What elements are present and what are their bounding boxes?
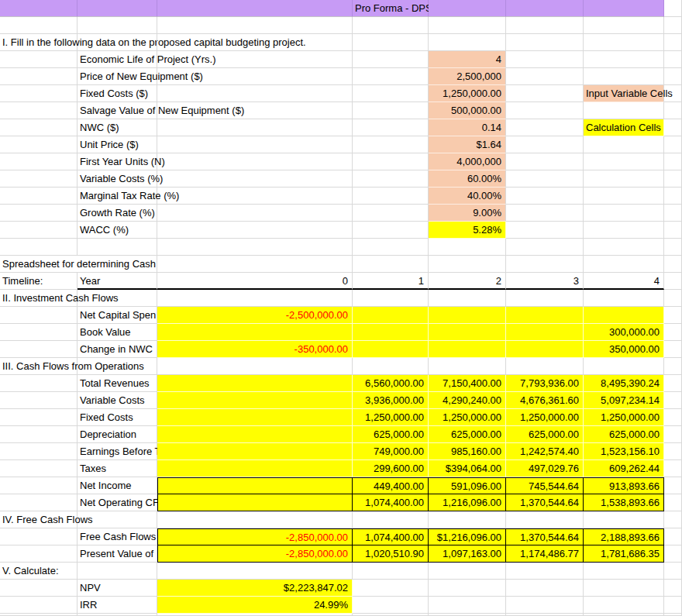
cell-F9[interactable] (506, 136, 584, 153)
cell-A11[interactable] (0, 170, 78, 188)
cell-F29[interactable]: 745,544.64 (506, 477, 584, 494)
cell-A8[interactable] (0, 119, 78, 136)
cell-F15[interactable] (506, 239, 584, 256)
cell-E18[interactable] (429, 290, 506, 307)
cell-A1[interactable] (0, 0, 78, 17)
cell-E22[interactable] (429, 358, 506, 375)
cell-D30[interactable]: 1,074,400.00 (353, 494, 429, 511)
cell-B10[interactable]: First Year Units (N) (78, 153, 157, 170)
cell-E17[interactable]: 2 (429, 273, 506, 290)
cell-G16[interactable] (584, 256, 664, 273)
cell-C25[interactable] (157, 409, 353, 426)
cell-E30[interactable]: 1,216,096.00 (429, 494, 506, 511)
cell-E11[interactable]: 60.00% (429, 170, 506, 188)
cell-G35[interactable] (584, 580, 664, 597)
cell-E34[interactable] (429, 563, 506, 580)
cell-A23[interactable] (0, 375, 78, 392)
cell-G2[interactable] (584, 17, 664, 34)
cell-F21[interactable] (506, 341, 584, 358)
cell-B6[interactable]: Fixed Costs ($) (78, 85, 157, 102)
cell-B34[interactable] (78, 563, 157, 580)
cell-F32[interactable]: 1,370,544.64 (506, 528, 584, 545)
cell-G25[interactable]: 1,250,000.00 (584, 409, 664, 426)
cell-G22[interactable] (584, 358, 664, 375)
cell-A27[interactable] (0, 443, 78, 460)
cell-H13[interactable] (664, 205, 682, 222)
cell-H36[interactable] (664, 597, 682, 614)
cell-G11[interactable] (584, 170, 664, 188)
cell-G28[interactable]: 609,262.44 (584, 460, 664, 477)
cell-C2[interactable] (157, 17, 353, 34)
cell-D29[interactable]: 449,400.00 (353, 477, 429, 494)
cell-G24[interactable]: 5,097,234.14 (584, 392, 664, 409)
cell-D13[interactable] (353, 205, 429, 222)
cell-E29[interactable]: 591,096.00 (429, 477, 506, 494)
cell-H29[interactable] (664, 477, 682, 494)
section-2-header[interactable]: II. Investment Cash Flows (0, 290, 78, 307)
cell-D24[interactable]: 3,936,000.00 (353, 392, 429, 409)
cell-F18[interactable] (506, 290, 584, 307)
cell-H26[interactable] (664, 426, 682, 443)
cell-A7[interactable] (0, 102, 78, 119)
cell-H14[interactable] (664, 222, 682, 239)
cell-G12[interactable] (584, 188, 664, 205)
cell-F17[interactable]: 3 (506, 273, 584, 290)
cell-B21[interactable]: Change in NWC (78, 341, 157, 358)
cell-A33[interactable] (0, 545, 78, 563)
cell-C33[interactable]: -2,850,000.00 (157, 545, 353, 563)
cell-E33[interactable]: 1,097,163.00 (429, 545, 506, 563)
cell-D27[interactable]: 749,000.00 (353, 443, 429, 460)
cell-F30[interactable]: 1,370,544.64 (506, 494, 584, 511)
cell-E31[interactable] (429, 511, 506, 528)
cell-B18[interactable] (78, 290, 157, 307)
cell-D21[interactable] (353, 341, 429, 358)
cell-A5[interactable] (0, 68, 78, 85)
cell-G31[interactable] (584, 511, 664, 528)
cell-G3[interactable] (584, 34, 664, 51)
cell-C12[interactable] (157, 188, 353, 205)
cell-D32[interactable]: 1,074,400.00 (353, 528, 429, 545)
cell-A25[interactable] (0, 409, 78, 426)
cell-B5[interactable]: Price of New Equipment ($) (78, 68, 157, 85)
cell-D5[interactable] (353, 68, 429, 85)
cell-H17[interactable] (664, 273, 682, 290)
cell-H30[interactable] (664, 494, 682, 511)
section-5-header[interactable]: V. Calculate: (0, 563, 78, 580)
cell-B29[interactable]: Net Income (78, 477, 157, 494)
cell-D23[interactable]: 6,560,000.00 (353, 375, 429, 392)
cell-B31[interactable] (78, 511, 157, 528)
cell-B3[interactable] (78, 34, 157, 51)
cell-C7[interactable] (157, 102, 353, 119)
cell-H11[interactable] (664, 170, 682, 188)
npv-value[interactable]: $2,223,847.02 (157, 580, 353, 597)
cell-D33[interactable]: 1,020,510.90 (353, 545, 429, 563)
cell-F26[interactable]: 625,000.00 (506, 426, 584, 443)
cell-G26[interactable]: 625,000.00 (584, 426, 664, 443)
cell-B27[interactable]: Earnings Before Taxes (78, 443, 157, 460)
cell-E3[interactable] (429, 34, 506, 51)
cell-D31[interactable] (353, 511, 429, 528)
cell-C6[interactable] (157, 85, 353, 102)
cell-F22[interactable] (506, 358, 584, 375)
cell-D25[interactable]: 1,250,000.00 (353, 409, 429, 426)
cell-H31[interactable] (664, 511, 682, 528)
cell-F13[interactable] (506, 205, 584, 222)
cell-C34[interactable] (157, 563, 353, 580)
cell-F25[interactable]: 1,250,000.00 (506, 409, 584, 426)
cell-F7[interactable] (506, 102, 584, 119)
cell-D4[interactable] (353, 51, 429, 68)
cell-H16[interactable] (664, 256, 682, 273)
section-4-header[interactable]: IV. Free Cash Flows (0, 511, 78, 528)
cell-G13[interactable] (584, 205, 664, 222)
cell-D10[interactable] (353, 153, 429, 170)
cell-A10[interactable] (0, 153, 78, 170)
cell-F1[interactable] (506, 0, 584, 17)
cell-F20[interactable] (506, 324, 584, 341)
cell-D18[interactable] (353, 290, 429, 307)
cell-B15[interactable] (78, 239, 157, 256)
cell-C8[interactable] (157, 119, 353, 136)
cell-E13[interactable]: 9.00% (429, 205, 506, 222)
cell-F23[interactable]: 7,793,936.00 (506, 375, 584, 392)
cell-D19[interactable] (353, 307, 429, 324)
cell-B22[interactable] (78, 358, 157, 375)
